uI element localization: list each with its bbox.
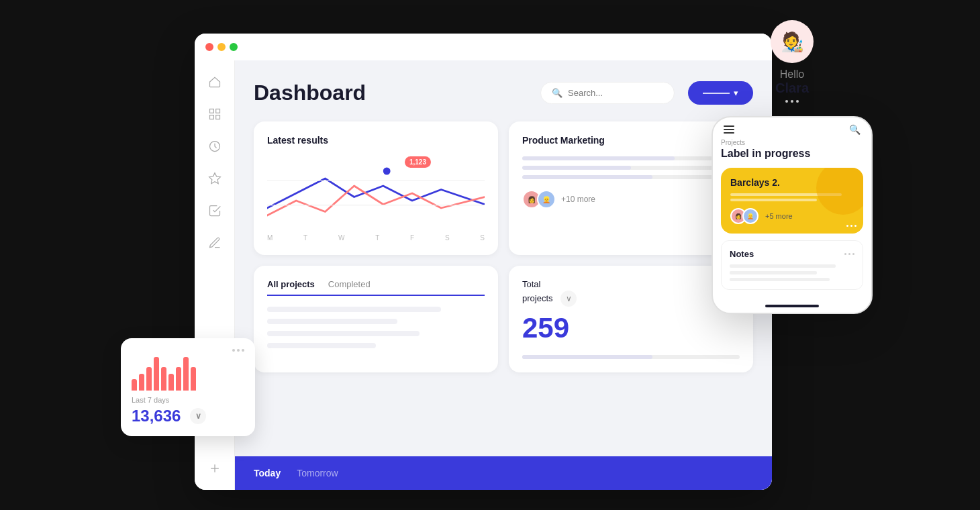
svg-rect-3 <box>215 115 219 119</box>
search-input[interactable] <box>568 88 663 98</box>
dot-green[interactable] <box>230 43 238 51</box>
browser-window: Dashboard 🔍 ▾ <box>195 34 772 490</box>
main-content: Dashboard 🔍 ▾ <box>235 60 772 490</box>
barclays-footer: 👩 👱 +5 more <box>730 208 854 224</box>
svg-point-8 <box>383 168 391 175</box>
stat-widget-dots <box>132 349 244 352</box>
greeting-dots <box>771 100 814 103</box>
phone-section-title: Label in progress <box>721 148 863 160</box>
stat-number: 13,636 <box>132 407 181 425</box>
sidebar-item-clock[interactable] <box>207 138 223 154</box>
tab-tomorrow[interactable]: Tomorrow <box>297 468 338 478</box>
sidebar-item-grid[interactable] <box>207 106 223 122</box>
user-avatar: 🧑‍🎨 <box>771 20 814 63</box>
greeting-hello: Hello <box>771 68 814 81</box>
bottom-grid: All projects Completed <box>254 266 753 372</box>
phone-statusbar: 🔍 <box>713 117 871 139</box>
project-row <box>267 331 420 336</box>
stat-chevron[interactable]: ∨ <box>190 408 206 424</box>
dot-yellow[interactable] <box>217 43 226 51</box>
barclays-card[interactable]: Barclays 2. 👩 👱 +5 more <box>721 168 863 234</box>
tab-today[interactable]: Today <box>254 468 281 478</box>
barclays-more: +5 more <box>765 212 793 220</box>
sidebar-item-check[interactable] <box>207 203 223 219</box>
product-marketing-title: Product Marketing <box>522 135 605 146</box>
project-row <box>267 319 397 324</box>
dot-red[interactable] <box>205 43 213 51</box>
phone-bottom-bar <box>765 305 819 307</box>
header: Dashboard 🔍 ▾ <box>254 81 753 105</box>
chart-title: Latest results <box>267 135 485 146</box>
barclays-title: Barclays 2. <box>730 177 854 188</box>
cards-grid: Latest results 1,123 <box>254 121 753 255</box>
browser-titlebar <box>195 34 772 60</box>
project-row <box>267 307 441 312</box>
bottom-bar: Today Tomorrow <box>235 456 772 490</box>
stats-label: Totalprojects ∨ <box>522 279 577 307</box>
phone-breadcrumb: Projects <box>721 139 863 146</box>
barclays-avatars: 👩 👱 <box>730 208 754 224</box>
svg-rect-0 <box>209 109 213 113</box>
chart-area: 1,123 <box>267 156 485 230</box>
phone-mockup: 🔍 Projects Label in progress Barclays 2.… <box>712 116 873 314</box>
barclays-ellipsis <box>846 225 856 227</box>
right-panel: 🧑‍🎨 Hello Clara 🔍 Projects Labe <box>698 20 886 490</box>
search-bar[interactable]: 🔍 <box>540 82 675 104</box>
svg-rect-1 <box>215 109 219 113</box>
project-rows <box>267 307 485 348</box>
user-greeting: 🧑‍🎨 Hello Clara <box>771 20 814 103</box>
sidebar-item-edit[interactable] <box>207 235 223 251</box>
chart-badge: 1,123 <box>405 156 431 168</box>
chart-labels: M T W T F S S <box>267 234 485 242</box>
stats-number: 259 <box>522 312 577 344</box>
projects-tabs: All projects Completed <box>267 279 485 296</box>
stat-label: Last 7 days <box>132 396 244 404</box>
avatar-2: 👱 <box>537 190 556 209</box>
search-icon: 🔍 <box>552 88 562 98</box>
barclays-avatar-2: 👱 <box>742 208 758 224</box>
notes-lines <box>730 264 854 281</box>
avatars: 👩 👱 <box>522 190 552 209</box>
sidebar-item-home[interactable] <box>207 74 223 90</box>
notes-header: Notes <box>730 249 854 259</box>
stats-chevron[interactable]: ∨ <box>560 291 577 307</box>
stat-widget: Last 7 days 13,636 ∨ <box>121 338 255 436</box>
sidebar-item-plus[interactable] <box>207 460 223 476</box>
svg-rect-2 <box>209 115 213 119</box>
stat-value: 13,636 ∨ <box>132 407 244 425</box>
chart-card: Latest results 1,123 <box>254 121 498 255</box>
greeting-name: Clara <box>771 81 814 96</box>
tab-all-projects[interactable]: All projects <box>267 279 315 296</box>
svg-marker-5 <box>209 173 220 184</box>
phone-content: Projects Label in progress Barclays 2. 👩… <box>713 139 871 298</box>
notes-title: Notes <box>730 249 754 259</box>
more-count: +10 more <box>561 195 595 204</box>
phone-search-icon[interactable]: 🔍 <box>849 124 861 135</box>
sidebar-item-star[interactable] <box>207 170 223 187</box>
notes-card: Notes <box>721 240 863 290</box>
tab-completed[interactable]: Completed <box>328 279 371 295</box>
projects-card: All projects Completed <box>254 266 498 372</box>
mini-bars <box>132 357 244 391</box>
page-title: Dashboard <box>254 81 527 105</box>
barclays-bars <box>730 193 854 201</box>
hamburger-icon[interactable] <box>724 125 734 134</box>
project-row <box>267 343 376 348</box>
notes-dots <box>844 253 854 255</box>
